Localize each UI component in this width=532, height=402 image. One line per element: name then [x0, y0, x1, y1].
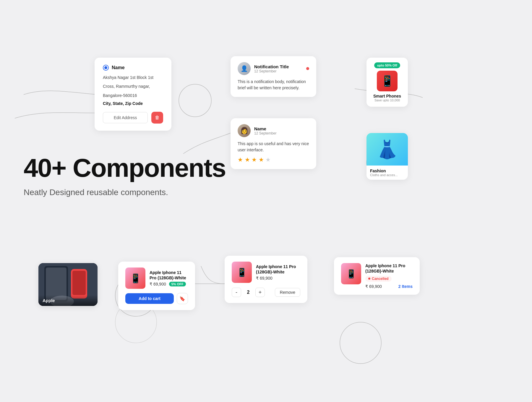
product-list-card: 📱 Apple Iphone 11 Pro (128GB)-White ₹ 69…	[118, 262, 195, 310]
order-card: 📱 Apple Iphone 11 Pro (128GB)-White Canc…	[334, 257, 420, 295]
product-name: Apple Iphone 11 Pro (128GB)-White	[150, 270, 188, 281]
address-card: Name Akshya Nagar 1st Block 1st Cross, R…	[95, 58, 171, 131]
offer-badge: upto 50% Off	[374, 62, 400, 68]
review-name: Name	[254, 126, 276, 131]
fashion-card[interactable]: 👗 Fashion Cloths and acces...	[366, 133, 408, 180]
address-label: Name	[112, 65, 125, 70]
star-3: ★	[252, 156, 257, 163]
hero-title: 40+ Components	[24, 154, 226, 182]
review-text: This app is so useful and has very nice …	[238, 141, 309, 153]
star-4: ★	[259, 156, 264, 163]
notification-dot	[306, 67, 309, 70]
hero-subtitle: Neatly Designed reusable components.	[24, 188, 226, 197]
apple-image-card[interactable]: Apple	[38, 263, 98, 306]
bookmark-icon: 🔖	[179, 296, 185, 302]
star-1: ★	[238, 156, 243, 163]
star-5: ★	[265, 156, 271, 163]
trash-icon: 🗑	[155, 115, 160, 120]
star-2: ★	[245, 156, 250, 163]
status-badge: Cancelled	[365, 276, 392, 282]
order-items: 2 Items	[398, 284, 413, 289]
delete-address-button[interactable]: 🗑	[151, 112, 163, 124]
phone-image: 📱	[377, 71, 398, 91]
svg-rect-9	[72, 271, 86, 295]
quantity-decrease-button[interactable]: -	[232, 288, 241, 297]
bookmark-button[interactable]: 🔖	[177, 293, 188, 304]
order-thumbnail: 📱	[341, 263, 361, 284]
cart-card: 📱 Apple Iphone 11 Pro (128GB)-White ₹ 69…	[225, 256, 307, 303]
review-avatar: 👩	[238, 124, 251, 137]
fashion-image: 👗	[366, 133, 408, 166]
product-thumbnail: 📱	[125, 268, 145, 289]
address-line1: Akshya Nagar 1st Block 1st	[103, 74, 163, 81]
svg-point-0	[179, 84, 211, 117]
cart-product-name: Apple Iphone 11 Pro (128GB)-White	[256, 264, 300, 275]
hero-section: 40+ Components Neatly Designed reusable …	[24, 154, 226, 197]
order-product-name: Apple Iphone 11 Pro (128GB)-White	[365, 263, 413, 274]
discount-badge: 5% OFF	[169, 282, 186, 286]
order-price: ₹ 69,900	[365, 284, 382, 289]
cart-thumbnail: 📱	[232, 262, 252, 283]
radio-button[interactable]	[103, 65, 109, 71]
status-dot	[368, 278, 370, 280]
product-price: ₹ 69,900	[150, 282, 166, 286]
smartphones-card[interactable]: upto 50% Off 📱 Smart Phones Save upto 10…	[366, 58, 408, 107]
notification-card: 👤 Notification Title 12 September This i…	[231, 56, 316, 97]
smartphones-title: Smart Phones	[371, 94, 403, 98]
fashion-title: Fashion	[370, 168, 404, 173]
remove-from-cart-button[interactable]: Remove	[275, 288, 300, 297]
edit-address-button[interactable]: Edit Address	[103, 112, 148, 123]
address-line3: Bangalore-560016	[103, 92, 163, 99]
notification-body: This is a notification body, notificatio…	[238, 79, 309, 91]
add-to-cart-button[interactable]: Add to cart	[125, 293, 174, 304]
fashion-subtitle: Cloths and acces...	[370, 173, 404, 177]
star-rating: ★ ★ ★ ★ ★	[238, 156, 309, 163]
review-card: 👩 Name 12 September This app is so usefu…	[231, 118, 316, 169]
smartphones-subtitle: Save upto 10,000	[371, 98, 403, 102]
notification-avatar: 👤	[238, 62, 251, 75]
address-city: City, State, Zip Code	[103, 101, 163, 106]
quantity-value: 2	[245, 290, 252, 295]
apple-label: Apple	[38, 295, 98, 306]
notification-date: 12 September	[254, 69, 289, 73]
status-text: Cancelled	[372, 277, 389, 281]
svg-point-4	[340, 322, 381, 364]
cart-price: ₹ 69,900	[256, 276, 300, 281]
quantity-increase-button[interactable]: +	[255, 288, 265, 297]
review-date: 12 September	[254, 131, 276, 135]
notification-title: Notification Title	[254, 64, 289, 69]
address-line2: Cross, Rammurthy nagar,	[103, 83, 163, 90]
